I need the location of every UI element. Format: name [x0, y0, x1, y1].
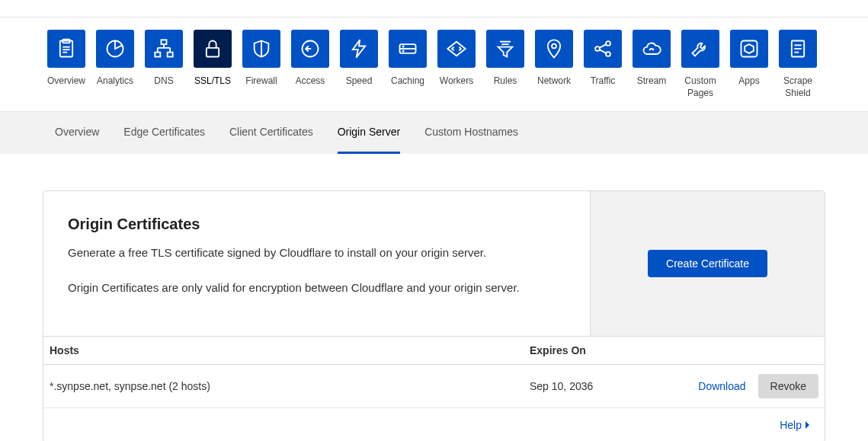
nav-item-access[interactable]: Access	[291, 30, 329, 99]
tab-overview[interactable]: Overview	[55, 112, 99, 154]
drive-icon	[389, 30, 427, 68]
svg-point-22	[552, 44, 556, 49]
cell-actions: DownloadRevoke	[698, 374, 818, 398]
lock-icon	[194, 30, 232, 68]
nav-label: SSL/TLS	[194, 75, 231, 88]
help-row: Help	[43, 408, 825, 441]
nav-label: Stream	[637, 75, 667, 88]
tab-origin-server[interactable]: Origin Server	[338, 112, 400, 154]
sitemap-icon	[145, 30, 183, 68]
doc-icon	[779, 30, 817, 68]
svg-line-27	[599, 50, 606, 53]
nav-label: Speed	[346, 75, 373, 88]
help-label: Help	[780, 419, 802, 431]
nav-item-speed[interactable]: Speed	[340, 30, 378, 99]
nav-item-overview[interactable]: Overview	[47, 30, 85, 99]
cell-hosts: *.synpse.net, synpse.net (2 hosts)	[50, 380, 530, 392]
nav-label: Overview	[47, 75, 85, 88]
help-link[interactable]: Help	[780, 419, 811, 431]
nav-item-dns[interactable]: DNS	[145, 30, 183, 99]
nav-item-scrapeshield[interactable]: Scrape Shield	[779, 30, 817, 99]
nav-item-analytics[interactable]: Analytics	[96, 30, 134, 99]
table-header-row: Hosts Expires On	[43, 336, 825, 365]
th-expires: Expires On	[530, 344, 818, 356]
code-icon	[437, 30, 476, 68]
shield-icon	[242, 30, 280, 68]
nav-item-caching[interactable]: Caching	[389, 30, 427, 99]
table-row: *.synpse.net, synpse.net (2 hosts)Sep 10…	[43, 365, 825, 408]
revoke-button[interactable]: Revoke	[758, 374, 818, 398]
nav-item-firewall[interactable]: Firewall	[242, 30, 280, 99]
wrench-icon	[681, 30, 719, 68]
svg-line-26	[599, 44, 606, 48]
svg-rect-13	[207, 48, 219, 57]
nav-item-rules[interactable]: Rules	[486, 30, 524, 99]
card-title: Origin Certificates	[68, 216, 565, 233]
hex-icon	[730, 30, 768, 68]
clipboard-icon	[47, 30, 85, 68]
create-certificate-button[interactable]: Create Certificate	[648, 250, 767, 277]
nav-label: Network	[537, 75, 571, 88]
tab-custom-hostnames[interactable]: Custom Hostnames	[424, 112, 518, 154]
tab-edge-certificates[interactable]: Edge Certificates	[123, 112, 205, 154]
card-top: Origin Certificates Generate a free TLS …	[43, 191, 825, 336]
card-desc-2: Origin Certificates are only valid for e…	[68, 279, 565, 297]
nav-item-apps[interactable]: Apps	[730, 30, 768, 99]
th-hosts: Hosts	[50, 344, 530, 356]
nav-label: Apps	[738, 75, 759, 88]
nav-item-stream[interactable]: Stream	[633, 30, 671, 99]
funnel-icon	[486, 30, 524, 68]
nav-label: Caching	[391, 75, 424, 88]
svg-point-18	[403, 46, 404, 47]
pie-icon	[96, 30, 134, 68]
portal-icon	[291, 30, 329, 68]
nav-label: Access	[296, 75, 325, 88]
nav-label: Traffic	[591, 75, 616, 88]
nav-label: Analytics	[97, 75, 133, 88]
download-link[interactable]: Download	[698, 380, 745, 392]
svg-rect-6	[162, 40, 167, 44]
tab-client-certificates[interactable]: Client Certificates	[229, 112, 313, 154]
nav-label: Custom Pages	[684, 75, 716, 99]
nav-item-custompages[interactable]: Custom Pages	[681, 30, 719, 99]
origin-cert-card: Origin Certificates Generate a free TLS …	[43, 190, 825, 441]
chevron-right-icon	[805, 420, 811, 430]
bolt-icon	[340, 30, 378, 68]
cloud-icon	[633, 30, 671, 68]
card-action-panel: Create Certificate	[590, 191, 825, 336]
nav-label: Firewall	[245, 75, 277, 88]
nav-label: Rules	[494, 75, 517, 88]
nav-item-traffic[interactable]: Traffic	[584, 30, 622, 99]
svg-rect-7	[155, 53, 160, 57]
pin-icon	[535, 30, 573, 68]
svg-rect-8	[168, 53, 173, 57]
nav-item-network[interactable]: Network	[535, 30, 573, 99]
main-icon-nav: OverviewAnalyticsDNSSSL/TLSFirewallAcces…	[0, 18, 868, 111]
nav-label: DNS	[154, 75, 173, 88]
subtabs: OverviewEdge CertificatesClient Certific…	[0, 111, 868, 154]
share-icon	[584, 30, 622, 68]
card-desc-1: Generate a free TLS certificate signed b…	[68, 244, 565, 262]
nav-label: Workers	[440, 75, 473, 88]
svg-rect-28	[741, 41, 757, 57]
top-divider	[0, 0, 868, 18]
nav-label: Scrape Shield	[783, 75, 812, 99]
card-description-area: Origin Certificates Generate a free TLS …	[43, 191, 590, 336]
nav-item-ssltls[interactable]: SSL/TLS	[194, 30, 232, 99]
nav-item-workers[interactable]: Workers	[437, 30, 476, 99]
svg-point-19	[403, 50, 404, 51]
cell-expires: Sep 10, 2036	[530, 380, 698, 392]
